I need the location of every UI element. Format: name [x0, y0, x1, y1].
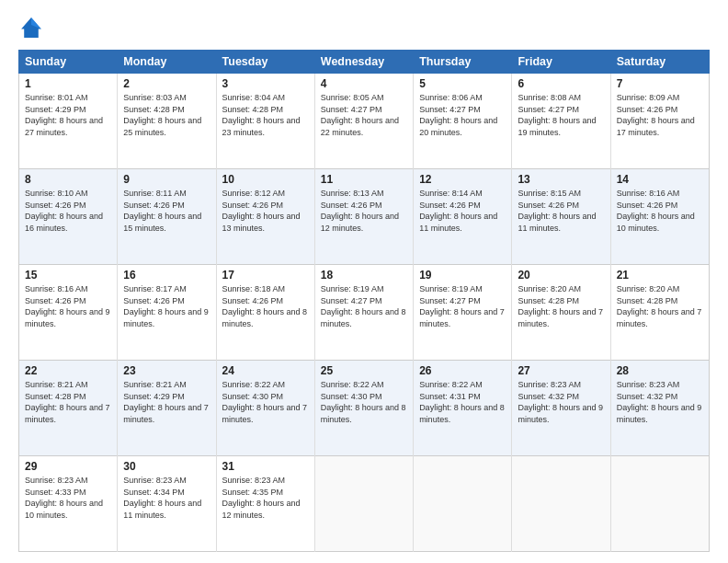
calendar-cell: 15 Sunrise: 8:16 AMSunset: 4:26 PMDaylig… — [19, 265, 118, 361]
day-info: Sunrise: 8:05 AMSunset: 4:27 PMDaylight:… — [321, 93, 399, 137]
calendar-cell: 6 Sunrise: 8:08 AMSunset: 4:27 PMDayligh… — [512, 74, 610, 169]
day-number: 6 — [518, 77, 604, 90]
calendar-body: 1 Sunrise: 8:01 AMSunset: 4:29 PMDayligh… — [19, 74, 710, 552]
calendar-cell: 2 Sunrise: 8:03 AMSunset: 4:28 PMDayligh… — [118, 74, 216, 169]
day-info: Sunrise: 8:03 AMSunset: 4:28 PMDaylight:… — [123, 93, 201, 137]
calendar-cell: 28 Sunrise: 8:23 AMSunset: 4:32 PMDaylig… — [610, 361, 709, 456]
calendar-cell: 22 Sunrise: 8:21 AMSunset: 4:28 PMDaylig… — [19, 361, 118, 456]
day-header-tuesday: Tuesday — [216, 51, 314, 74]
day-info: Sunrise: 8:11 AMSunset: 4:26 PMDaylight:… — [123, 189, 201, 233]
day-header-saturday: Saturday — [610, 51, 709, 74]
day-info: Sunrise: 8:09 AMSunset: 4:26 PMDaylight:… — [617, 93, 695, 137]
day-info: Sunrise: 8:01 AMSunset: 4:29 PMDaylight:… — [25, 93, 103, 137]
day-header-monday: Monday — [118, 51, 216, 74]
calendar-cell: 16 Sunrise: 8:17 AMSunset: 4:26 PMDaylig… — [118, 265, 216, 361]
day-info: Sunrise: 8:18 AMSunset: 4:26 PMDaylight:… — [222, 284, 308, 328]
day-info: Sunrise: 8:19 AMSunset: 4:27 PMDaylight:… — [419, 284, 505, 328]
day-info: Sunrise: 8:13 AMSunset: 4:26 PMDaylight:… — [321, 189, 399, 233]
day-info: Sunrise: 8:06 AMSunset: 4:27 PMDaylight:… — [419, 93, 497, 137]
day-number: 16 — [123, 269, 210, 282]
logo-icon — [18, 15, 44, 40]
day-header-sunday: Sunday — [19, 51, 118, 74]
day-number: 12 — [419, 173, 506, 186]
calendar-cell: 26 Sunrise: 8:22 AMSunset: 4:31 PMDaylig… — [414, 361, 512, 456]
page: SundayMondayTuesdayWednesdayThursdayFrid… — [0, 0, 728, 563]
day-info: Sunrise: 8:21 AMSunset: 4:29 PMDaylight:… — [123, 380, 209, 424]
day-info: Sunrise: 8:23 AMSunset: 4:34 PMDaylight:… — [123, 476, 201, 520]
calendar-cell: 31 Sunrise: 8:23 AMSunset: 4:35 PMDaylig… — [216, 456, 314, 552]
calendar-cell: 13 Sunrise: 8:15 AMSunset: 4:26 PMDaylig… — [512, 169, 610, 265]
day-info: Sunrise: 8:22 AMSunset: 4:30 PMDaylight:… — [222, 380, 308, 424]
calendar-cell — [314, 456, 413, 552]
calendar-cell: 24 Sunrise: 8:22 AMSunset: 4:30 PMDaylig… — [216, 361, 314, 456]
day-header-wednesday: Wednesday — [314, 51, 413, 74]
day-number: 8 — [25, 173, 111, 186]
day-info: Sunrise: 8:23 AMSunset: 4:33 PMDaylight:… — [25, 476, 103, 520]
day-number: 24 — [222, 364, 309, 377]
calendar-cell — [414, 456, 512, 552]
calendar-cell: 8 Sunrise: 8:10 AMSunset: 4:26 PMDayligh… — [19, 169, 118, 265]
week-row-4: 22 Sunrise: 8:21 AMSunset: 4:28 PMDaylig… — [19, 361, 710, 456]
day-number: 31 — [222, 460, 309, 473]
day-info: Sunrise: 8:22 AMSunset: 4:31 PMDaylight:… — [419, 380, 505, 424]
day-info: Sunrise: 8:14 AMSunset: 4:26 PMDaylight:… — [419, 189, 497, 233]
day-header-thursday: Thursday — [414, 51, 512, 74]
day-info: Sunrise: 8:10 AMSunset: 4:26 PMDaylight:… — [25, 189, 103, 233]
day-info: Sunrise: 8:04 AMSunset: 4:28 PMDaylight:… — [222, 93, 301, 137]
calendar-cell: 1 Sunrise: 8:01 AMSunset: 4:29 PMDayligh… — [19, 74, 118, 169]
day-info: Sunrise: 8:16 AMSunset: 4:26 PMDaylight:… — [617, 189, 695, 233]
day-number: 19 — [419, 269, 506, 282]
day-number: 15 — [25, 269, 111, 282]
calendar-cell: 7 Sunrise: 8:09 AMSunset: 4:26 PMDayligh… — [610, 74, 709, 169]
calendar-cell: 9 Sunrise: 8:11 AMSunset: 4:26 PMDayligh… — [118, 169, 216, 265]
day-number: 20 — [518, 269, 604, 282]
calendar-cell: 12 Sunrise: 8:14 AMSunset: 4:26 PMDaylig… — [414, 169, 512, 265]
day-number: 23 — [123, 364, 210, 377]
day-number: 3 — [222, 77, 309, 90]
week-row-2: 8 Sunrise: 8:10 AMSunset: 4:26 PMDayligh… — [19, 169, 710, 265]
calendar-cell: 10 Sunrise: 8:12 AMSunset: 4:26 PMDaylig… — [216, 169, 314, 265]
day-info: Sunrise: 8:23 AMSunset: 4:32 PMDaylight:… — [518, 380, 603, 424]
day-number: 17 — [222, 269, 309, 282]
calendar-cell: 4 Sunrise: 8:05 AMSunset: 4:27 PMDayligh… — [314, 74, 413, 169]
day-number: 30 — [123, 460, 210, 473]
week-row-3: 15 Sunrise: 8:16 AMSunset: 4:26 PMDaylig… — [19, 265, 710, 361]
day-number: 5 — [419, 77, 506, 90]
calendar-cell: 18 Sunrise: 8:19 AMSunset: 4:27 PMDaylig… — [314, 265, 413, 361]
calendar-cell: 25 Sunrise: 8:22 AMSunset: 4:30 PMDaylig… — [314, 361, 413, 456]
day-info: Sunrise: 8:15 AMSunset: 4:26 PMDaylight:… — [518, 189, 596, 233]
day-header-friday: Friday — [512, 51, 610, 74]
day-info: Sunrise: 8:17 AMSunset: 4:26 PMDaylight:… — [123, 284, 209, 328]
day-number: 9 — [123, 173, 210, 186]
calendar-cell: 23 Sunrise: 8:21 AMSunset: 4:29 PMDaylig… — [118, 361, 216, 456]
calendar-cell: 30 Sunrise: 8:23 AMSunset: 4:34 PMDaylig… — [118, 456, 216, 552]
day-number: 2 — [123, 77, 210, 90]
day-number: 22 — [25, 364, 111, 377]
calendar-cell: 5 Sunrise: 8:06 AMSunset: 4:27 PMDayligh… — [414, 74, 512, 169]
day-info: Sunrise: 8:20 AMSunset: 4:28 PMDaylight:… — [617, 284, 702, 328]
day-number: 26 — [419, 364, 506, 377]
day-number: 29 — [25, 460, 111, 473]
calendar-cell — [610, 456, 709, 552]
day-number: 10 — [222, 173, 309, 186]
header — [18, 15, 710, 40]
calendar-cell: 21 Sunrise: 8:20 AMSunset: 4:28 PMDaylig… — [610, 265, 709, 361]
calendar-cell: 17 Sunrise: 8:18 AMSunset: 4:26 PMDaylig… — [216, 265, 314, 361]
day-info: Sunrise: 8:12 AMSunset: 4:26 PMDaylight:… — [222, 189, 301, 233]
day-info: Sunrise: 8:08 AMSunset: 4:27 PMDaylight:… — [518, 93, 596, 137]
day-number: 14 — [617, 173, 703, 186]
day-number: 28 — [617, 364, 703, 377]
day-info: Sunrise: 8:19 AMSunset: 4:27 PMDaylight:… — [321, 284, 406, 328]
calendar-cell: 14 Sunrise: 8:16 AMSunset: 4:26 PMDaylig… — [610, 169, 709, 265]
day-number: 18 — [321, 269, 407, 282]
calendar-table: SundayMondayTuesdayWednesdayThursdayFrid… — [18, 50, 710, 552]
day-number: 7 — [617, 77, 703, 90]
day-number: 27 — [518, 364, 604, 377]
day-info: Sunrise: 8:20 AMSunset: 4:28 PMDaylight:… — [518, 284, 603, 328]
week-row-5: 29 Sunrise: 8:23 AMSunset: 4:33 PMDaylig… — [19, 456, 710, 552]
day-number: 25 — [321, 364, 407, 377]
day-number: 13 — [518, 173, 604, 186]
calendar-cell: 20 Sunrise: 8:20 AMSunset: 4:28 PMDaylig… — [512, 265, 610, 361]
days-header-row: SundayMondayTuesdayWednesdayThursdayFrid… — [19, 51, 710, 74]
day-number: 11 — [321, 173, 407, 186]
